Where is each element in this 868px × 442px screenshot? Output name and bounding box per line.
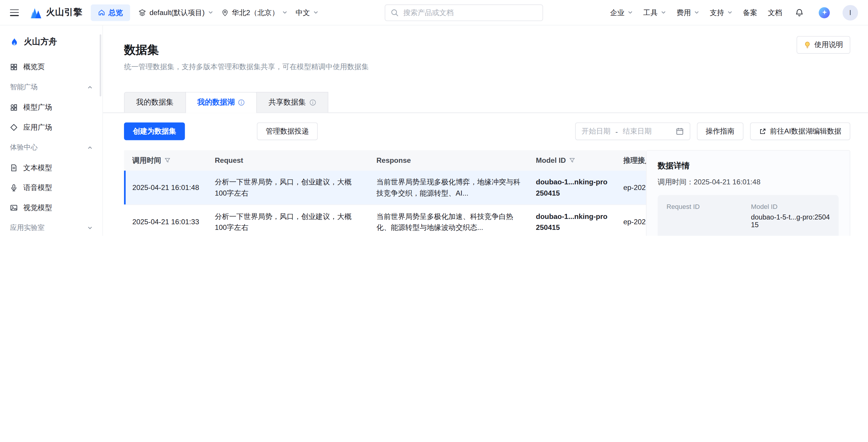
info-icon (238, 99, 245, 106)
cell-model-id: doubao-1...nking-pro250415 (529, 176, 617, 199)
search-icon (391, 8, 399, 16)
sidebar-item-text-model[interactable]: 文本模型 (0, 158, 102, 178)
calendar-icon (676, 127, 683, 135)
tab-my-datasets[interactable]: 我的数据集 (124, 92, 186, 112)
region-selector[interactable]: 华北2（北京） (221, 7, 287, 18)
detail-call-time: 调用时间：2025-04-21 16:01:48 (658, 177, 839, 187)
tab-shared-datasets[interactable]: 共享数据集 (256, 92, 328, 112)
sidebar-scrollbar[interactable] (100, 34, 101, 96)
top-navbar: 火山引擎 总览 default(默认项目) 华北2（北京） 中文 (0, 0, 868, 25)
sidebar: 火山方舟 概览页 智能广场 模型广场 应用广场 (0, 25, 103, 236)
goto-datalake-button[interactable]: 前往AI数据湖编辑数据 (750, 122, 850, 140)
menu-enterprise[interactable]: 企业 (610, 7, 633, 18)
chevron-down-icon (87, 226, 92, 231)
filter-funnel-icon[interactable] (164, 157, 170, 164)
chevron-up-icon (87, 145, 92, 150)
manage-delivery-button[interactable]: 管理数据投递 (257, 122, 318, 140)
column-request: Request (208, 156, 370, 165)
field-request-id: Request ID (666, 203, 745, 229)
column-call-time: 调用时间 (124, 155, 208, 166)
global-search[interactable] (385, 4, 543, 21)
product-name: 火山方舟 (24, 37, 57, 47)
operation-guide-button[interactable]: 操作指南 (697, 122, 743, 140)
brand-logo[interactable]: 火山引擎 (29, 7, 82, 18)
table-row[interactable]: 2025-04-21 16:01:33 分析一下世界局势，风口，创业建议，大概1… (124, 205, 646, 236)
chevron-down-icon (661, 10, 666, 15)
menu-support[interactable]: 支持 (710, 7, 733, 18)
detail-panel: 数据详情 调用时间：2025-04-21 16:01:48 Request ID… (646, 150, 850, 236)
sidebar-section-experience-center[interactable]: 体验中心 (0, 137, 102, 158)
detail-title: 数据详情 (658, 161, 839, 171)
chevron-down-icon (282, 10, 287, 15)
start-date-placeholder: 开始日期 (582, 126, 611, 137)
hamburger-icon (10, 9, 19, 16)
external-link-icon (759, 128, 766, 135)
dataset-tabs: 我的数据集 我的数据湖 共享数据集 (103, 92, 868, 113)
project-label: default(默认项目) (149, 7, 205, 18)
menu-tools[interactable]: 工具 (643, 7, 666, 18)
cell-endpoint: ep-202 (617, 182, 646, 193)
column-model-id: Model ID (529, 156, 617, 165)
table-row[interactable]: 2025-04-21 16:01:48 分析一下世界局势，风口，创业建议，大概1… (124, 171, 646, 205)
bulb-icon (804, 41, 811, 49)
tab-my-datalake[interactable]: 我的数据湖 (185, 92, 257, 112)
project-selector[interactable]: default(默认项目) (138, 7, 213, 18)
volcengine-logo-icon (29, 7, 42, 18)
text-model-icon (10, 164, 18, 172)
overview-icon (10, 63, 18, 71)
logo-text: 火山引擎 (46, 7, 83, 18)
app-plaza-icon (10, 123, 18, 131)
table-toolbar: 创建为数据集 管理数据投递 开始日期 - 结束日期 操作指南 前往AI数据湖编辑… (124, 122, 850, 140)
location-pin-icon (221, 8, 228, 16)
chevron-up-icon (87, 85, 92, 90)
overview-label: 总览 (108, 7, 123, 18)
cell-request: 分析一下世界局势，风口，创业建议，大概100字左右 (208, 176, 370, 199)
records-table: 调用时间 Request Response Model ID 推理接入点 202… (124, 150, 646, 236)
detail-info-card: Request ID Model ID doubao-1-5-t...g-pro… (658, 195, 839, 236)
model-plaza-icon (10, 104, 18, 111)
main-content: 数据集 统一管理数据集，支持多版本管理和数据集共享，可在模型精调中使用数据集 使… (103, 25, 868, 236)
cell-request: 分析一下世界局势，风口，创业建议，大概100字左右 (208, 211, 370, 233)
column-endpoint: 推理接入点 (617, 155, 646, 166)
sidebar-section-intelligent-plaza[interactable]: 智能广场 (0, 77, 102, 97)
menu-billing[interactable]: 费用 (676, 7, 699, 18)
ark-flame-icon (10, 37, 19, 47)
usage-guide-button[interactable]: 使用说明 (797, 36, 850, 54)
sidebar-section-app-lab[interactable]: 应用实验室 (0, 218, 102, 236)
menu-filing[interactable]: 备案 (743, 7, 757, 18)
field-model-id: Model ID doubao-1-5-t...g-pro:250415 (751, 203, 830, 229)
page-title: 数据集 (124, 42, 851, 58)
overview-nav-button[interactable]: 总览 (91, 4, 130, 21)
chevron-down-icon (208, 10, 213, 15)
chevron-down-icon (694, 10, 699, 15)
notifications-button[interactable] (793, 6, 806, 19)
vision-model-icon (10, 204, 18, 211)
chevron-down-icon (628, 10, 633, 15)
language-selector[interactable]: 中文 (296, 7, 318, 18)
menu-docs[interactable]: 文档 (768, 7, 782, 18)
sidebar-item-vision-model[interactable]: 视觉模型 (0, 198, 102, 218)
info-icon (309, 99, 316, 106)
user-avatar[interactable]: I (843, 5, 858, 20)
create-dataset-button[interactable]: 创建为数据集 (124, 122, 185, 140)
sidebar-item-voice-model[interactable]: 语音模型 (0, 178, 102, 198)
sidebar-item-model-plaza[interactable]: 模型广场 (0, 97, 102, 118)
voice-model-icon (10, 184, 18, 192)
ark-assistant-button[interactable] (817, 5, 832, 20)
table-header-row: 调用时间 Request Response Model ID 推理接入点 (124, 150, 646, 171)
sidebar-item-overview[interactable]: 概览页 (0, 57, 102, 77)
column-response: Response (370, 156, 529, 165)
chevron-down-icon (313, 10, 318, 15)
date-range-picker[interactable]: 开始日期 - 结束日期 (575, 122, 690, 140)
sidebar-item-app-plaza[interactable]: 应用广场 (0, 118, 102, 138)
filter-funnel-icon[interactable] (569, 157, 576, 164)
app-window: 火山引擎 总览 default(默认项目) 华北2（北京） 中文 (0, 0, 868, 236)
product-header: 火山方舟 (0, 33, 102, 54)
region-label: 华北2（北京） (232, 7, 279, 18)
home-icon (98, 9, 105, 16)
search-input[interactable] (403, 8, 537, 17)
sidebar-nav: 概览页 智能广场 模型广场 应用广场 体验中心 (0, 57, 102, 236)
language-label: 中文 (296, 7, 310, 18)
hamburger-menu-button[interactable] (8, 7, 21, 18)
cell-response: 当前世界局势呈多极化加速、科技竞争白热化、能源转型与地缘波动交织态... (370, 211, 529, 233)
